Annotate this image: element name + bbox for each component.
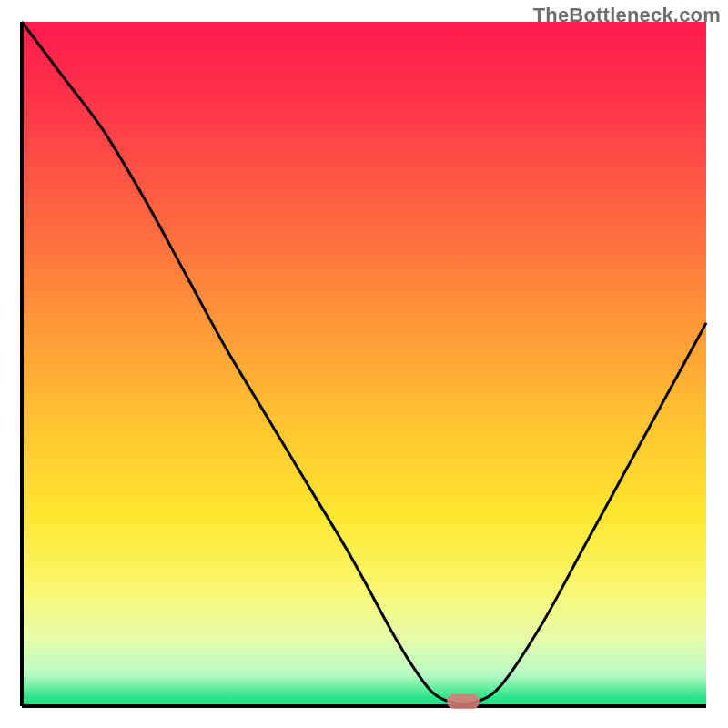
optimal-marker xyxy=(447,694,480,709)
plot-background xyxy=(22,22,706,706)
bottleneck-chart: TheBottleneck.com xyxy=(0,0,728,728)
watermark-label: TheBottleneck.com xyxy=(533,4,721,27)
chart-svg xyxy=(0,0,728,728)
